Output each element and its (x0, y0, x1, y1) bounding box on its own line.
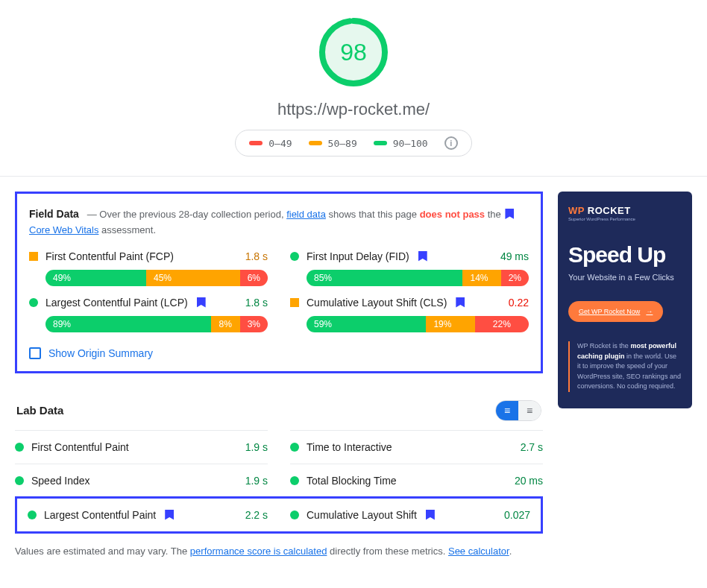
toggle-detailed[interactable]: ≡ (496, 401, 518, 420)
legend-orange-icon (309, 141, 322, 145)
lab-highlight-box: Largest Contentful Paint2.2 sCumulative … (15, 496, 543, 534)
lab-metric-row: First Contentful Paint1.9 s (15, 430, 268, 464)
lab-data-title: Lab Data (16, 404, 63, 417)
lab-metric-row: Speed Index1.9 s (15, 464, 268, 497)
lab-metric-row: Time to Interactive2.7 s (290, 430, 543, 464)
info-icon[interactable]: i (444, 136, 458, 150)
footnote: Values are estimated and may vary. The p… (15, 544, 543, 559)
field-data-link[interactable]: field data (286, 209, 326, 220)
metric-value: 1.8 s (245, 250, 268, 262)
bookmark-icon (505, 209, 514, 219)
status-dot-icon (290, 510, 299, 519)
metric-value: 0.22 (509, 297, 529, 309)
lab-data-header: Lab Data ≡ ≡ (15, 400, 543, 421)
field-metric: Largest Contentful Paint (LCP)1.8 s89%8%… (29, 297, 268, 332)
core-web-vitals-link[interactable]: Core Web Vitals (29, 224, 98, 235)
promo-description: WP Rocket is the most powerful caching p… (568, 341, 682, 392)
show-origin-summary[interactable]: Show Origin Summary (29, 347, 529, 359)
metric-value: 49 ms (500, 250, 529, 262)
status-dot-icon (290, 443, 299, 452)
metric-label: First Input Delay (FID) (307, 250, 409, 262)
view-toggle[interactable]: ≡ ≡ (495, 400, 541, 421)
lab-metric-value: 20 ms (515, 475, 543, 487)
promo-brand: WP ROCKET (568, 205, 682, 216)
status-icon (290, 252, 299, 261)
field-data-summary: Field Data — Over the previous 28-day co… (29, 206, 529, 238)
distribution-bar: 59%19%22% (307, 316, 529, 332)
metric-value: 1.8 s (245, 297, 268, 309)
lab-metric-label: Speed Index (31, 475, 90, 487)
lab-metric-value: 1.9 s (245, 475, 268, 487)
lab-metric-label: Time to Interactive (307, 441, 392, 453)
field-metric: First Input Delay (FID)49 ms85%14%2% (290, 250, 529, 286)
lab-metric-value: 2.7 s (521, 441, 543, 453)
bookmark-icon (165, 510, 174, 520)
status-icon (29, 298, 38, 307)
lab-metric-row: Cumulative Layout Shift0.027 (290, 499, 530, 531)
metric-label: Largest Contentful Paint (LCP) (45, 297, 188, 309)
lab-metric-value: 1.9 s (245, 441, 268, 453)
distribution-bar: 49%45%6% (45, 270, 268, 286)
header-section: 98 https://wp-rocket.me/ 0–49 50–89 90–1… (0, 15, 707, 157)
bookmark-icon (456, 297, 465, 308)
promo-subtitle: Your Website in a Few Clicks (568, 272, 682, 283)
calc-link[interactable]: performance score is calculated (190, 546, 327, 557)
status-dot-icon (28, 510, 37, 519)
score-legend: 0–49 50–89 90–100 i (235, 130, 471, 157)
lab-metric-label: First Contentful Paint (31, 441, 129, 453)
lab-metric-value: 2.2 s (245, 509, 268, 521)
toggle-compact[interactable]: ≡ (518, 401, 541, 420)
lab-metric-row: Largest Contentful Paint2.2 s (28, 499, 268, 531)
score-gauge: 98 (316, 15, 391, 89)
bookmark-icon (426, 510, 435, 520)
score-value: 98 (316, 15, 391, 89)
status-dot-icon (290, 476, 299, 485)
promo-tagline: Superior WordPress Performance (568, 217, 682, 221)
bookmark-icon (197, 297, 206, 308)
distribution-bar: 85%14%2% (307, 270, 529, 286)
status-icon (290, 298, 299, 307)
promo-title: Speed Up (568, 242, 682, 268)
see-calc-link[interactable]: See calculator (448, 546, 509, 557)
arrow-icon: → (646, 308, 653, 315)
metric-label: Cumulative Layout Shift (CLS) (307, 297, 447, 309)
lab-metric-label: Cumulative Layout Shift (307, 509, 417, 521)
field-metric: First Contentful Paint (FCP)1.8 s49%45%6… (29, 250, 268, 286)
legend-green-icon (374, 141, 387, 145)
bookmark-icon (418, 251, 427, 262)
promo-card: WP ROCKET Superior WordPress Performance… (558, 192, 692, 408)
fail-badge: does not pass (420, 209, 485, 220)
checkbox-icon[interactable] (29, 347, 41, 359)
lab-metric-value: 0.027 (504, 509, 530, 521)
promo-cta-button[interactable]: Get WP Rocket Now→ (568, 301, 663, 322)
page-url: https://wp-rocket.me/ (0, 100, 707, 119)
lab-metric-label: Largest Contentful Paint (44, 509, 156, 521)
lab-metric-row: Total Blocking Time20 ms (290, 464, 543, 497)
distribution-bar: 89%8%3% (45, 316, 268, 332)
status-dot-icon (15, 476, 24, 485)
field-data-card: Field Data — Over the previous 28-day co… (15, 192, 543, 373)
field-metric: Cumulative Layout Shift (CLS)0.2259%19%2… (290, 297, 529, 332)
legend-red-icon (249, 141, 263, 145)
status-icon (29, 252, 38, 261)
lab-metric-label: Total Blocking Time (307, 475, 397, 487)
status-dot-icon (15, 443, 24, 452)
metric-label: First Contentful Paint (FCP) (45, 250, 174, 262)
